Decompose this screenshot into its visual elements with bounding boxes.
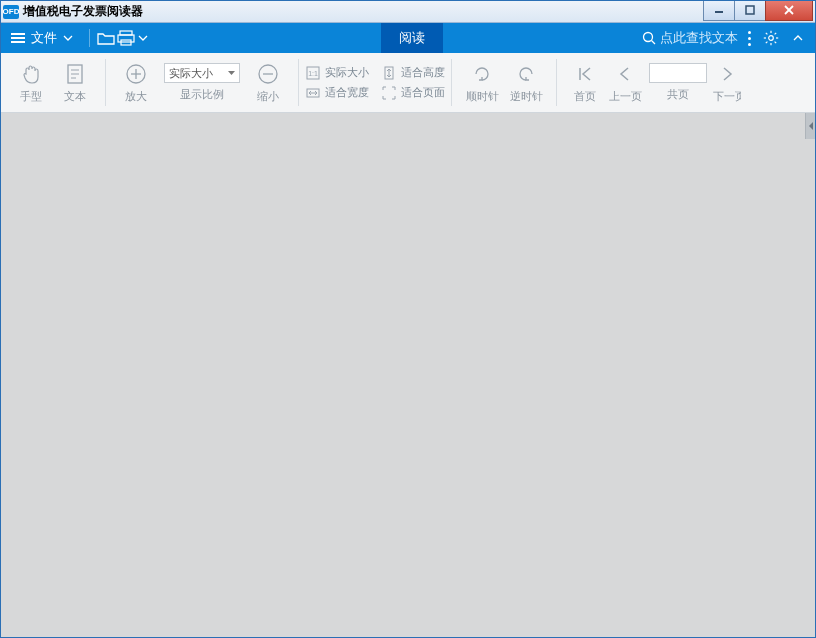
page-number-input[interactable] xyxy=(649,63,707,83)
titlebar: OFD 增值税电子发票阅读器 xyxy=(1,1,815,23)
rotate-cw-icon xyxy=(470,62,494,86)
hand-tool-button[interactable]: 手型 xyxy=(9,62,53,104)
quick-dropdown[interactable] xyxy=(136,28,150,48)
side-panel-toggle[interactable] xyxy=(805,113,815,139)
fit-width-button[interactable]: 适合宽度 xyxy=(305,85,369,101)
minimize-button[interactable] xyxy=(703,1,735,21)
document-viewport[interactable] xyxy=(1,113,815,637)
fit-actual-button[interactable]: 1:1 实际大小 xyxy=(305,65,369,81)
fit-page-icon xyxy=(381,85,397,101)
app-icon: OFD xyxy=(3,5,19,19)
hamburger-icon xyxy=(11,33,25,43)
text-select-icon xyxy=(63,62,87,86)
file-menu[interactable]: 文件 xyxy=(1,23,83,53)
svg-line-16 xyxy=(775,33,777,35)
text-select-button[interactable]: 文本 xyxy=(53,62,97,104)
close-button[interactable] xyxy=(765,1,813,21)
first-page-button[interactable]: 首页 xyxy=(565,62,605,104)
fit-page-button[interactable]: 适合页面 xyxy=(381,85,445,101)
minus-circle-icon xyxy=(256,62,280,86)
prev-page-icon xyxy=(613,62,637,86)
fit-actual-icon: 1:1 xyxy=(305,65,321,81)
rotate-cw-button[interactable]: 顺时针 xyxy=(460,62,504,104)
collapse-ribbon-button[interactable] xyxy=(791,28,805,48)
svg-line-14 xyxy=(766,33,768,35)
rotate-ccw-icon xyxy=(514,62,538,86)
separator xyxy=(89,29,90,47)
svg-line-17 xyxy=(766,42,768,44)
svg-point-9 xyxy=(769,36,774,41)
app-window: OFD 增值税电子发票阅读器 文件 xyxy=(0,0,816,638)
plus-circle-icon xyxy=(124,62,148,86)
fit-width-icon xyxy=(305,85,321,101)
dropdown-icon xyxy=(228,71,235,76)
tab-read-label: 阅读 xyxy=(399,29,425,47)
hand-icon xyxy=(19,62,43,86)
next-page-icon xyxy=(715,62,739,86)
svg-point-7 xyxy=(644,33,653,42)
zoom-label: 显示比例 xyxy=(180,87,224,102)
zoom-select-value: 实际大小 xyxy=(169,66,213,81)
maximize-button[interactable] xyxy=(734,1,766,21)
fit-height-icon xyxy=(381,65,397,81)
tab-read[interactable]: 阅读 xyxy=(381,23,443,53)
menubar: 文件 阅读 点此查找文本 xyxy=(1,23,815,53)
prev-page-button[interactable]: 上一页 xyxy=(605,62,645,104)
rotate-ccw-button[interactable]: 逆时针 xyxy=(504,62,548,104)
settings-button[interactable] xyxy=(761,28,781,48)
window-controls xyxy=(704,1,813,21)
svg-line-8 xyxy=(652,41,656,45)
svg-text:1:1: 1:1 xyxy=(308,70,318,77)
fit-height-button[interactable]: 适合高度 xyxy=(381,65,445,81)
more-menu-icon[interactable] xyxy=(748,31,751,46)
search-box[interactable]: 点此查找文本 xyxy=(642,29,738,47)
zoom-select[interactable]: 实际大小 xyxy=(164,63,240,83)
right-tools: 点此查找文本 xyxy=(642,23,815,53)
next-page-button[interactable]: 下一页 xyxy=(711,62,743,104)
print-button[interactable] xyxy=(116,28,136,48)
zoom-in-button[interactable]: 放大 xyxy=(114,62,158,104)
open-folder-button[interactable] xyxy=(96,28,116,48)
search-placeholder: 点此查找文本 xyxy=(660,29,738,47)
first-page-icon xyxy=(573,62,597,86)
chevron-down-icon xyxy=(63,35,73,41)
toolbar: 手型 文本 放大 实际大小 显示比例 缩小 xyxy=(1,53,815,113)
svg-rect-1 xyxy=(746,6,754,14)
page-total-label: 共页 xyxy=(667,87,689,102)
search-icon xyxy=(642,31,656,45)
file-menu-label: 文件 xyxy=(31,29,57,47)
window-title: 增值税电子发票阅读器 xyxy=(23,3,704,20)
zoom-out-button[interactable]: 缩小 xyxy=(246,62,290,104)
svg-line-15 xyxy=(775,42,777,44)
